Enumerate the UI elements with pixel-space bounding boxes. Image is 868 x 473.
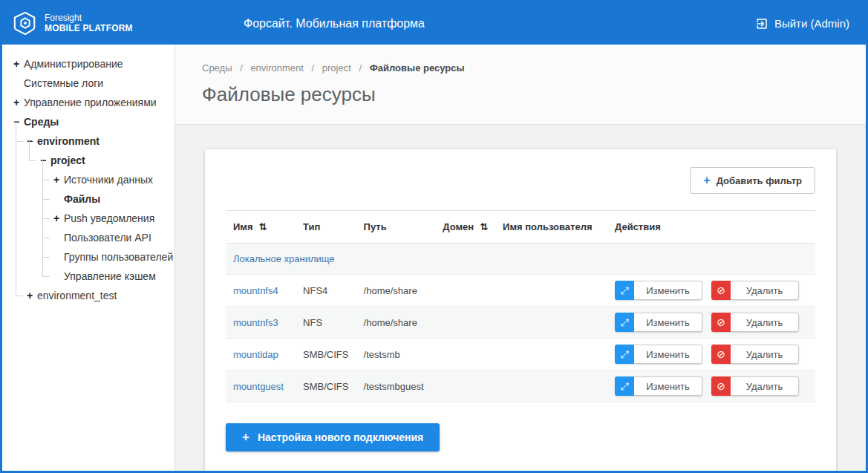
sidebar-item-data-sources[interactable]: + Источники данных [2,170,174,189]
sidebar-item-user-groups[interactable]: Группы пользователей [2,247,174,267]
resource-type: NFS4 [296,275,356,307]
logout-button[interactable]: Выйти (Admin) [755,2,849,45]
delete-button[interactable]: ⊘ Удалить [711,376,799,396]
resource-path: /testsmbguest [356,371,436,402]
breadcrumb-file-resources: Файловые ресурсы [370,62,465,74]
edit-button[interactable]: ⤢ Изменить [615,281,702,300]
resource-user [495,371,607,402]
sidebar-nav: + Администрирование Системные логи + Упр… [2,45,175,471]
expand-toggle-icon[interactable]: + [51,174,62,186]
delete-icon: ⊘ [711,281,731,300]
resource-user [495,339,607,371]
breadcrumb-environment[interactable]: environment [250,62,304,74]
edit-icon: ⤢ [615,345,634,364]
resource-user [495,307,607,339]
logout-icon [755,17,769,30]
sidebar-item-app-management[interactable]: + Управление приложениями [2,93,174,112]
new-connection-button[interactable]: + Настройка нового подключения [226,423,440,451]
page-title: Файловые ресурсы [202,83,839,106]
add-filter-button[interactable]: + Добавить фильтр [690,167,815,194]
resource-user [495,275,607,307]
delete-icon: ⊘ [711,376,731,396]
main-area: Среды / environment / project / Файловые… [175,45,866,471]
brand-subtitle: MOBILE PLATFORM [45,24,133,34]
sort-icon[interactable]: ⇅ [480,221,488,232]
file-resources-table: Имя⇅ Тип Путь Домен⇅ Имя пользователя Де… [226,210,815,402]
table-row: mountnfs4 NFS4 /home/share ⤢ Изменить [226,275,815,307]
column-header-type: Тип [296,211,356,244]
sort-icon[interactable]: ⇅ [259,221,267,232]
sidebar-item-environment[interactable]: − environment [2,131,174,151]
table-row: mountnfs3 NFS /home/share ⤢ Изменить [226,307,815,339]
column-header-username: Имя пользователя [495,211,607,244]
delete-icon: ⊘ [711,313,731,332]
group-row-local-storage: Локальное хранилище [226,244,815,275]
table-row: mountldap SMB/CIFS /testsmb ⤢ Изменить [226,339,815,371]
resource-domain [435,339,495,371]
page-header: Среды / environment / project / Файловые… [175,45,866,125]
resource-path: /testsmb [356,339,436,371]
brand-logo: Foresight MOBILE PLATFORM [2,11,175,36]
delete-button[interactable]: ⊘ Удалить [711,345,799,364]
sidebar-item-environment-test[interactable]: + environment_test [2,286,174,305]
expand-toggle-icon[interactable]: + [11,58,22,70]
resource-name-link[interactable]: mountnfs4 [233,285,278,296]
edit-icon: ⤢ [615,313,634,332]
expand-toggle-icon[interactable]: + [11,97,22,108]
column-header-path: Путь [356,211,436,244]
resource-path: /home/share [356,275,436,307]
local-storage-link[interactable]: Локальное хранилище [233,253,335,264]
sidebar-item-api-users[interactable]: Пользователи API [2,228,174,247]
expand-toggle-icon[interactable]: + [51,212,62,224]
edit-button[interactable]: ⤢ Изменить [615,345,702,364]
edit-button[interactable]: ⤢ Изменить [615,376,702,396]
resource-domain [435,275,495,307]
table-row: mountguest SMB/CIFS /testsmbguest ⤢ Изме… [226,371,815,402]
plus-icon: + [703,174,710,187]
edit-button[interactable]: ⤢ Изменить [615,313,702,332]
resource-name-link[interactable]: mountguest [233,381,284,392]
breadcrumb-project[interactable]: project [322,62,351,74]
app-window: Foresight MOBILE PLATFORM Форсайт. Мобил… [0,0,868,473]
breadcrumb-environments[interactable]: Среды [202,62,232,74]
column-header-actions: Действия [607,211,815,244]
resource-name-link[interactable]: mountnfs3 [233,317,278,328]
delete-button[interactable]: ⊘ Удалить [711,281,799,300]
plus-icon: + [242,430,249,445]
top-bar: Foresight MOBILE PLATFORM Форсайт. Мобил… [2,2,866,45]
sidebar-item-administration[interactable]: + Администрирование [2,54,174,74]
delete-button[interactable]: ⊘ Удалить [711,313,799,332]
resource-domain [435,371,495,402]
sidebar-item-system-logs[interactable]: Системные логи [2,74,174,93]
delete-icon: ⊘ [711,345,731,364]
resource-type: SMB/CIFS [296,339,356,371]
column-header-name[interactable]: Имя⇅ [226,211,296,244]
brand-name: Foresight [45,13,133,24]
content-area: + Добавить фильтр Имя⇅ [175,125,866,471]
sidebar-item-files[interactable]: Файлы [2,189,174,209]
sidebar-item-environments[interactable]: − Среды [2,112,174,131]
app-title: Форсайт. Мобильная платформа [244,2,425,45]
sidebar-item-project[interactable]: − project [2,151,174,170]
breadcrumb: Среды / environment / project / Файловые… [202,62,839,74]
resource-type: NFS [296,307,356,339]
sidebar-item-push-notifications[interactable]: + Push уведомления [2,209,174,228]
sidebar-item-cache-management[interactable]: Управление кэшем [2,267,174,286]
breadcrumb-separator: / [312,62,315,74]
breadcrumb-separator: / [240,62,243,74]
expand-toggle-icon[interactable]: + [25,290,35,301]
column-header-domain[interactable]: Домен⇅ [435,211,495,244]
resource-type: SMB/CIFS [296,371,356,402]
file-resources-card: + Добавить фильтр Имя⇅ [205,149,836,471]
logout-label: Выйти (Admin) [774,17,849,30]
resource-domain [435,307,495,339]
foresight-hexagon-icon [13,11,38,36]
edit-icon: ⤢ [615,376,634,396]
edit-icon: ⤢ [615,281,634,300]
resource-name-link[interactable]: mountldap [233,349,278,360]
breadcrumb-separator: / [359,62,362,74]
resource-path: /home/share [356,307,436,339]
